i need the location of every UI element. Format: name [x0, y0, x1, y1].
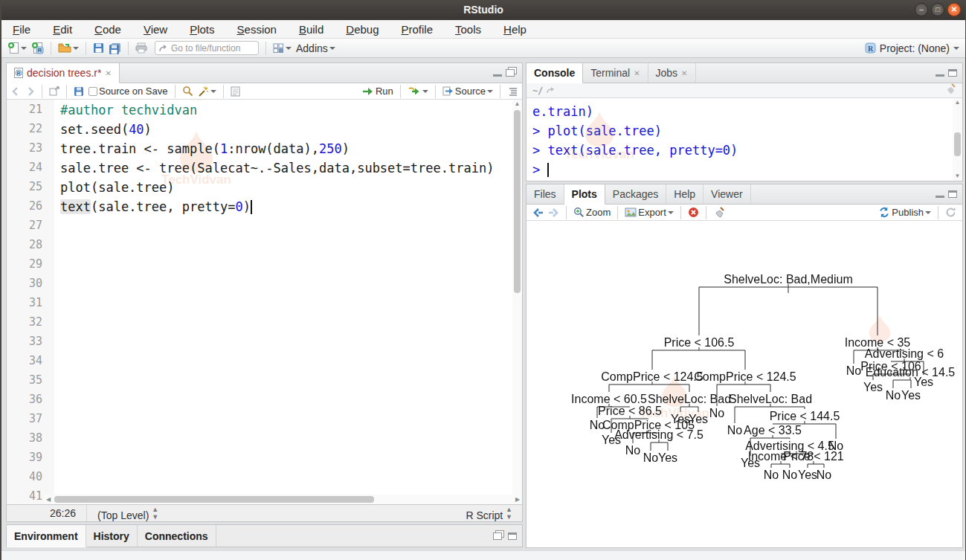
- rerun-button[interactable]: [408, 87, 428, 96]
- print-button[interactable]: [135, 42, 147, 54]
- tab-connections[interactable]: Connections: [138, 525, 216, 547]
- save-all-button[interactable]: [109, 42, 121, 54]
- rstudio-window: RStudio – □ ✕ FileEditCodeViewPlotsSessi…: [0, 0, 966, 560]
- run-button[interactable]: Run: [362, 86, 393, 97]
- pane-layout-button[interactable]: [273, 43, 292, 54]
- menu-item-file[interactable]: File: [13, 23, 30, 36]
- file-type-selector[interactable]: R Script ▲▼: [455, 506, 522, 521]
- menu-item-view[interactable]: View: [144, 23, 167, 36]
- menu-item-plots[interactable]: Plots: [190, 23, 214, 36]
- goto-file-search[interactable]: [155, 41, 259, 55]
- refresh-plot-icon[interactable]: [945, 207, 956, 218]
- source-on-save-toggle[interactable]: Source on Save: [88, 86, 168, 97]
- tab-history[interactable]: History: [86, 525, 138, 547]
- close-tab-icon[interactable]: ✕: [681, 69, 687, 77]
- popout-window-icon[interactable]: [49, 86, 59, 96]
- tab-viewer[interactable]: Viewer: [703, 184, 751, 204]
- close-window-icon[interactable]: ✕: [947, 3, 961, 16]
- console-prompt-line[interactable]: >: [532, 160, 962, 179]
- code-token: 250: [319, 141, 342, 156]
- scrollbar-thumb[interactable]: [54, 496, 374, 503]
- menu-item-debug[interactable]: Debug: [346, 23, 379, 36]
- menu-item-profile[interactable]: Profile: [402, 23, 434, 36]
- tab-files[interactable]: Files: [527, 184, 564, 204]
- scope-selector[interactable]: (Top Level) ▲▼: [87, 506, 168, 521]
- publish-button[interactable]: Publish: [878, 207, 931, 218]
- tab-label-packages: Packages: [613, 188, 658, 200]
- project-selector[interactable]: R Project: (None): [865, 42, 959, 54]
- code-line[interactable]: text(sale.tree, pretty=0): [60, 197, 512, 216]
- scrollbar-thumb[interactable]: [954, 132, 961, 156]
- next-plot-icon[interactable]: [548, 208, 559, 217]
- minimize-pane-icon[interactable]: [936, 74, 944, 77]
- close-tab-icon[interactable]: ✕: [634, 69, 640, 77]
- document-outline-icon[interactable]: [507, 87, 518, 96]
- scroll-down-icon[interactable]: ▼: [953, 172, 962, 181]
- tab-terminal[interactable]: Terminal✕: [583, 63, 648, 83]
- forward-icon[interactable]: [25, 87, 35, 96]
- goto-file-input[interactable]: [171, 43, 253, 54]
- editor-code-area[interactable]: #author techvidvanset.seed(40)tree.train…: [54, 100, 512, 504]
- tab-label-files: Files: [534, 188, 556, 200]
- line-number: 32: [7, 312, 54, 332]
- code-line[interactable]: tree.train <- sample(1:nrow(data),250): [60, 139, 512, 158]
- menu-item-edit[interactable]: Edit: [53, 23, 72, 36]
- goto-directory-icon[interactable]: [546, 86, 556, 94]
- tab-jobs[interactable]: Jobs✕: [648, 63, 696, 83]
- menu-item-help[interactable]: Help: [503, 23, 527, 36]
- code-line[interactable]: sale.tree <- tree(Salecat~.-Sales,data,s…: [60, 158, 512, 178]
- menu-item-build[interactable]: Build: [299, 23, 323, 36]
- remove-plot-icon[interactable]: [688, 207, 699, 218]
- back-icon[interactable]: [11, 87, 21, 96]
- maximize-window-icon[interactable]: □: [931, 3, 944, 16]
- maximize-pane-icon[interactable]: [948, 69, 957, 77]
- editor-horizontal-scrollbar[interactable]: ◀ ▶: [44, 495, 522, 504]
- search-icon[interactable]: [182, 86, 193, 97]
- compile-report-icon[interactable]: [231, 86, 240, 97]
- scroll-left-icon[interactable]: ◀: [44, 495, 53, 504]
- scroll-right-icon[interactable]: ▶: [513, 495, 522, 504]
- save-icon[interactable]: [74, 86, 84, 97]
- editor-vertical-scrollbar[interactable]: ▲: [512, 100, 522, 495]
- menu-item-session[interactable]: Session: [237, 23, 277, 36]
- scroll-up-icon[interactable]: ▲: [953, 98, 962, 107]
- maximize-pane-icon[interactable]: [948, 190, 957, 198]
- tab-plots[interactable]: Plots: [564, 184, 605, 205]
- addins-button[interactable]: Addins: [296, 42, 335, 54]
- restore-pane-icon[interactable]: [493, 532, 502, 540]
- clear-all-plots-broom-icon[interactable]: [713, 207, 725, 218]
- close-tab-icon[interactable]: ✕: [105, 69, 111, 77]
- export-plot-button[interactable]: Export: [625, 207, 674, 218]
- tab-packages[interactable]: Packages: [605, 184, 666, 204]
- source-on-save-checkbox[interactable]: [88, 87, 97, 96]
- source-pane: R decision trees.r* ✕ Source on Save: [6, 62, 523, 522]
- code-line[interactable]: plot(sale.tree): [60, 178, 512, 197]
- tab-environment[interactable]: Environment: [7, 525, 86, 547]
- maximize-pane-icon[interactable]: [506, 69, 515, 77]
- new-file-button[interactable]: [7, 42, 27, 54]
- source-button[interactable]: Source: [442, 86, 493, 97]
- code-line[interactable]: set.seed(40): [60, 120, 512, 139]
- open-file-button[interactable]: [58, 42, 79, 54]
- tab-console[interactable]: Console: [527, 63, 583, 83]
- tab-source-file[interactable]: R decision trees.r* ✕: [7, 63, 120, 83]
- console-body[interactable]: TechVidvan ▲ ▼ e.train)> plot(sale.tree)…: [527, 98, 962, 181]
- zoom-plot-button[interactable]: Zoom: [573, 207, 611, 218]
- code-tools-button[interactable]: [198, 86, 216, 97]
- menu-item-code[interactable]: Code: [94, 23, 121, 36]
- menu-item-tools[interactable]: Tools: [455, 23, 481, 36]
- minimize-pane-icon[interactable]: [493, 74, 502, 77]
- maximize-pane-icon[interactable]: [508, 532, 517, 540]
- new-project-button[interactable]: R: [31, 42, 44, 54]
- tab-help[interactable]: Help: [666, 184, 703, 204]
- code-line[interactable]: #author techvidvan: [60, 100, 512, 120]
- editor-body[interactable]: TechVidvan 21222324252627282930313233343…: [7, 100, 522, 504]
- minimize-pane-icon[interactable]: [936, 196, 944, 198]
- scroll-up-icon[interactable]: ▲: [512, 100, 522, 109]
- console-scrollbar[interactable]: ▲ ▼: [953, 98, 962, 181]
- clear-console-broom-icon[interactable]: [944, 83, 956, 94]
- minimize-window-icon[interactable]: –: [915, 3, 928, 16]
- previous-plot-icon[interactable]: [532, 208, 544, 217]
- scrollbar-thumb[interactable]: [514, 110, 521, 293]
- save-button[interactable]: [93, 42, 104, 54]
